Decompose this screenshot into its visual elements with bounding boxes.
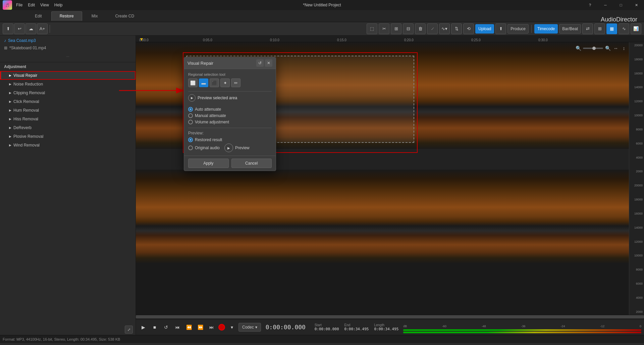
toolbar-zoom-in[interactable]: ⊞ <box>594 23 605 34</box>
hz-6000-bot: 6000 <box>631 282 643 285</box>
record-btn[interactable] <box>218 324 225 331</box>
skip-to-end-btn[interactable]: ⏭ <box>207 323 216 332</box>
toolbar-fit[interactable]: ⇄ <box>582 23 593 34</box>
adj-noise-reduction[interactable]: ▶ Noise Reduction <box>0 80 136 89</box>
file-list: ♪ Sea Coast.mp3 ⊞ *Skateboard 01.mp4 ··· <box>0 36 136 62</box>
adj-wind-removal[interactable]: ▶ Wind Removal <box>0 141 136 150</box>
maximize-btn[interactable]: □ <box>613 0 629 10</box>
toolbar-waveform[interactable]: ∿ <box>619 23 629 34</box>
auto-attenuate-row[interactable]: Auto attenuate <box>188 107 272 112</box>
sep1 <box>50 25 50 33</box>
upload-btn[interactable]: Upload <box>475 24 494 34</box>
menu-view[interactable]: View <box>40 3 49 7</box>
tab-restore[interactable]: Restore <box>51 11 82 21</box>
h-scrollbar[interactable] <box>136 315 644 319</box>
timecode-btn[interactable]: Timecode <box>534 24 558 34</box>
step-back-btn[interactable]: ⏪ <box>184 323 194 332</box>
toolbar-split[interactable]: ⇅ <box>451 23 462 34</box>
hz-8000-bot: 8000 <box>631 268 643 271</box>
sel-tool-vert[interactable]: ⬛ <box>210 78 219 87</box>
stop-btn[interactable]: ■ <box>150 323 159 332</box>
zoom-in-btn[interactable]: 🔍 <box>604 45 611 52</box>
dialog-close-btn[interactable]: ✕ <box>265 59 272 67</box>
toolbar-fade[interactable]: ⟋ <box>427 23 438 34</box>
restored-result-radio-row[interactable]: Restored result <box>188 137 222 142</box>
toolbar: ⬆ ↩ ☁ A+ ⬚ ✂ ⊞ ⊟ 🗑 ⟋ ∿▾ ⇅ ⟲ Upload ⬆ Pro… <box>0 22 644 36</box>
manual-attenuate-row[interactable]: Manual attenuate <box>188 113 272 118</box>
adj-hiss-removal[interactable]: ▶ Hiss Removal <box>0 115 136 123</box>
record-options-btn[interactable]: ▾ <box>227 323 236 332</box>
adj-click-removal[interactable]: ▶ Click Removal <box>0 97 136 106</box>
toolbar-import[interactable]: ⬆ <box>3 23 13 34</box>
codec-selector[interactable]: Codec ▾ <box>238 323 261 332</box>
tab-create-cd[interactable]: Create CD <box>107 11 142 21</box>
apply-btn[interactable]: Apply <box>188 159 229 168</box>
tab-edit[interactable]: Edit <box>27 11 50 21</box>
toolbar-export[interactable]: ↩ <box>14 23 25 34</box>
toolbar-spectrogram[interactable]: ▦ <box>606 23 617 34</box>
menu-file[interactable]: File <box>16 3 22 7</box>
restored-result-radio[interactable] <box>188 137 193 142</box>
adjustment-panel: Adjustment ▶ Visual Repair ▶ Noise Reduc… <box>0 62 136 324</box>
dialog-undo-btn[interactable]: ↺ <box>256 59 264 67</box>
toolbar-paste[interactable]: ⊟ <box>403 23 414 34</box>
toolbar-sync[interactable]: ⟲ <box>463 23 474 34</box>
toolbar-tool2[interactable]: ✂ <box>379 23 389 34</box>
level-meter: dB -60 -48 -36 -24 -12 0 <box>403 325 641 330</box>
preview-play-btn[interactable]: ▶ <box>224 143 233 152</box>
original-audio-radio-row[interactable]: Original audio <box>188 146 220 150</box>
arrow-icon9: ▶ <box>9 143 11 147</box>
zoom-out-btn[interactable]: 🔍 <box>575 45 582 52</box>
cancel-btn[interactable]: Cancel <box>231 159 272 168</box>
video-file-icon: ⊞ <box>4 46 7 50</box>
zoom-fit-btn[interactable]: ↔ <box>612 45 619 52</box>
loop-btn[interactable]: ↺ <box>161 323 171 332</box>
produce-btn[interactable]: Produce <box>507 24 529 34</box>
adj-visual-repair[interactable]: ▶ Visual Repair <box>0 71 136 80</box>
hz-10000-bot: 10000 <box>631 254 643 257</box>
preview-area-play-btn[interactable]: ▶ <box>188 94 196 102</box>
toolbar-delete[interactable]: 🗑 <box>415 23 426 34</box>
dialog-controls: ↺ ✕ <box>256 59 272 67</box>
auto-attenuate-radio[interactable] <box>188 107 193 112</box>
barbeat-btn[interactable]: Bar/Beat <box>559 24 581 34</box>
toolbar-cloud[interactable]: ☁ <box>25 23 36 34</box>
toolbar-effects[interactable]: ∿▾ <box>439 23 450 34</box>
zoom-slider[interactable] <box>583 48 603 49</box>
level-markers: dB -60 -48 -36 -24 -12 0 <box>403 325 641 328</box>
minimize-btn[interactable]: ─ <box>598 0 613 10</box>
toolbar-freq[interactable]: 📊 <box>631 23 641 34</box>
toolbar-font[interactable]: A+ <box>37 23 48 34</box>
original-audio-radio[interactable] <box>188 146 193 150</box>
help-btn[interactable]: ? <box>582 0 598 10</box>
sel-tool-pen[interactable]: ✏ <box>231 78 240 87</box>
visual-repair-dialog: Visual Repair ↺ ✕ Regional selection too… <box>184 57 276 171</box>
toolbar-copy[interactable]: ⊞ <box>391 23 401 34</box>
zoom-reset-btn[interactable]: ↕ <box>621 45 627 52</box>
manual-attenuate-radio[interactable] <box>188 113 193 118</box>
volume-adjustment-row[interactable]: Volume adjustment <box>188 120 272 124</box>
toolbar-export2[interactable]: ⬆ <box>495 23 506 34</box>
sel-tool-horiz[interactable]: ▬ <box>199 78 208 87</box>
menu-help[interactable]: Help <box>54 3 63 7</box>
expand-btn[interactable]: ⤢ <box>125 326 133 334</box>
sel-tool-rect[interactable]: ⬜ <box>188 78 198 87</box>
adj-hum-removal[interactable]: ▶ Hum Removal <box>0 106 136 115</box>
adj-clipping-removal[interactable]: ▶ Clipping Removal <box>0 89 136 97</box>
file-item-skateboard[interactable]: ⊞ *Skateboard 01.mp4 <box>0 44 136 52</box>
app-logo: 🎵 <box>3 0 12 10</box>
preview-original-row: Original audio ▶ Preview <box>188 143 272 152</box>
toolbar-select[interactable]: ⬚ <box>367 23 377 34</box>
file-item-sea-coast[interactable]: ♪ Sea Coast.mp3 <box>0 37 136 44</box>
back-to-start-btn[interactable]: ⏮ <box>173 323 182 332</box>
menu-edit[interactable]: Edit <box>28 3 35 7</box>
step-fwd-btn[interactable]: ⏩ <box>196 323 205 332</box>
zoom-controls: 🔍 🔍 ↔ ↕ <box>575 45 627 52</box>
tab-mix[interactable]: Mix <box>84 11 106 21</box>
sel-tool-wand[interactable]: ✦ <box>220 78 230 87</box>
play-btn[interactable]: ▶ <box>139 323 148 332</box>
volume-adjustment-radio[interactable] <box>188 120 193 124</box>
adj-dereverb[interactable]: ▶ DeReverb <box>0 123 136 132</box>
adj-plosive-removal[interactable]: ▶ Plosive Removal <box>0 132 136 141</box>
close-btn[interactable]: ✕ <box>629 0 644 10</box>
